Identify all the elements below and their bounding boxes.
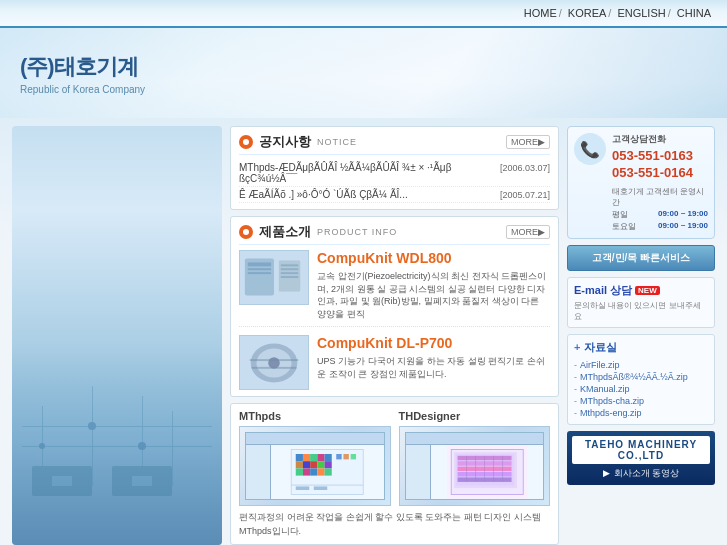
notice-section: 공지사항 NOTICE MORE▶ MThpds-ÆDÃμβÃÛÃÎ ½ÃÃ¼β… bbox=[230, 126, 559, 210]
right-column: 📞 고객상담전화 053-551-0163 053-551-0164 태호기게 … bbox=[567, 126, 715, 545]
product-more-link[interactable]: MORE▶ bbox=[506, 225, 550, 239]
center-column: 공지사항 NOTICE MORE▶ MThpds-ÆDÃμβÃÛÃÎ ½ÃÃ¼β… bbox=[230, 126, 559, 545]
notice-date-2: [2005.07.21] bbox=[500, 190, 550, 200]
product-info-1: CompuKnit WDL800 교속 압전기(Piezoelectricity… bbox=[317, 250, 550, 320]
mthpds-title: MThpds bbox=[239, 410, 391, 422]
hours-title: 태호기게 고객센터 운영시간 bbox=[612, 186, 708, 208]
company-tagline: Republic of Korea Company bbox=[20, 84, 145, 95]
mthpds-screenshot bbox=[239, 426, 391, 506]
notice-icon bbox=[239, 135, 253, 149]
svg-rect-35 bbox=[310, 454, 317, 461]
nav-sep-1: / bbox=[559, 7, 562, 19]
email-title: E-mail 상담 NEW bbox=[574, 283, 708, 298]
svg-rect-24 bbox=[281, 276, 298, 278]
nav-english-link[interactable]: ENGLISH bbox=[617, 7, 665, 19]
notice-item-2: Ê ÆaÃÍÃõ .] »ô·Ô°Ó `ÚÃß ÇβÃ¼ ÃÎ... [2005… bbox=[239, 187, 550, 203]
hotline-number-1: 053-551-0163 bbox=[612, 148, 708, 165]
product-info-2: CompuKnit DL-P700 UPS 기능가 다국어 지원을 하는 자동 … bbox=[317, 335, 550, 390]
product-item-2: CompuKnit DL-P700 UPS 기능가 다국어 지원을 하는 자동 … bbox=[239, 335, 550, 390]
weekday-hours-row: 평일 09:00 ~ 19:00 bbox=[612, 209, 708, 220]
email-box: E-mail 상담 NEW 문의하실 내용이 있으시면 보내주세요 bbox=[567, 277, 715, 328]
resource-item-1[interactable]: AirFile.zip bbox=[574, 359, 708, 371]
nav-sep-2: / bbox=[608, 7, 611, 19]
company-logo-box: TAEHO MACHINERY CO.,LTD bbox=[572, 436, 710, 464]
play-icon: ▶ bbox=[603, 468, 610, 478]
mthpds-content bbox=[246, 445, 384, 499]
resource-item-3[interactable]: KManual.zip bbox=[574, 383, 708, 395]
thdesigner-content bbox=[406, 445, 544, 499]
svg-rect-0 bbox=[22, 426, 212, 427]
product-title-1: CompuKnit WDL800 bbox=[317, 250, 550, 266]
svg-rect-38 bbox=[296, 462, 303, 469]
svg-rect-23 bbox=[281, 272, 298, 274]
nav-home-link[interactable]: HOME bbox=[524, 7, 557, 19]
product-icon bbox=[239, 225, 253, 239]
svg-rect-40 bbox=[310, 462, 317, 469]
email-label: E-mail 상담 bbox=[574, 283, 632, 298]
circuit-svg bbox=[12, 126, 222, 516]
resource-item-2[interactable]: MThpdsÃß®¼½ÃÃ.½Ã.zip bbox=[574, 371, 708, 383]
company-video-box[interactable]: TAEHO MACHINERY CO.,LTD ▶ 회사소개 동영상 bbox=[567, 431, 715, 485]
company-logo: (주)태호기계 bbox=[20, 52, 145, 82]
svg-rect-42 bbox=[325, 462, 332, 469]
saturday-hours: 09:00 ~ 19:00 bbox=[658, 221, 708, 232]
thdesigner-grid bbox=[431, 445, 544, 499]
svg-rect-34 bbox=[303, 454, 310, 461]
svg-rect-48 bbox=[336, 454, 341, 459]
svg-rect-36 bbox=[317, 454, 324, 461]
notice-more-link[interactable]: MORE▶ bbox=[506, 135, 550, 149]
svg-rect-21 bbox=[281, 264, 298, 266]
mthpds-screen-detail bbox=[245, 432, 385, 500]
header: (주)태호기계 Republic of Korea Company bbox=[0, 28, 727, 118]
mthpds-toolbar bbox=[246, 433, 384, 445]
svg-rect-3 bbox=[92, 386, 93, 486]
notice-header: 공지사항 NOTICE MORE▶ bbox=[239, 133, 550, 155]
company-logo-text: TAEHO MACHINERY CO.,LTD bbox=[575, 439, 707, 461]
weekday-hours: 09:00 ~ 19:00 bbox=[658, 209, 708, 220]
thdesigner-main bbox=[431, 445, 544, 499]
svg-rect-47 bbox=[325, 469, 332, 476]
product-label-ko: 제품소개 bbox=[259, 223, 311, 241]
left-background-panel bbox=[12, 126, 222, 545]
svg-rect-45 bbox=[310, 469, 317, 476]
notice-text-1: MThpds-ÆDÃμβÃÛÃÎ ½ÃÃ¼βÃÛÃÎ ¾± × ·¹Ãμβ ßç… bbox=[239, 162, 492, 184]
hotline-number-2: 053-551-0164 bbox=[612, 165, 708, 182]
resource-item-5[interactable]: Mthpds-eng.zip bbox=[574, 407, 708, 419]
notice-label-ko: 공지사항 bbox=[259, 133, 311, 151]
thdesigner-title: THDesigner bbox=[399, 410, 551, 422]
svg-rect-22 bbox=[281, 268, 298, 270]
resource-item-4[interactable]: MThpds-cha.zip bbox=[574, 395, 708, 407]
product-item-1: CompuKnit WDL800 교속 압전기(Piezoelectricity… bbox=[239, 250, 550, 327]
mthpds-item: MThpds bbox=[239, 410, 391, 506]
product-label-en: PRODUCT INFO bbox=[317, 227, 397, 237]
notice-label-en: NOTICE bbox=[317, 137, 357, 147]
software-desc: 편직과정의 어려운 작업을 손쉽게 할수 있도록 도와주는 패턴 디자인 시스템… bbox=[239, 511, 550, 538]
svg-point-14 bbox=[243, 229, 249, 235]
nav-korea-link[interactable]: KOREA bbox=[568, 7, 607, 19]
resource-box: 자료실 AirFile.zip MThpdsÃß®¼½ÃÃ.½Ã.zip KMa… bbox=[567, 334, 715, 425]
product-desc-2: UPS 기능가 다국어 지원을 하는 자동 설링 편직기로 손쉬운 조작이 큰 … bbox=[317, 355, 550, 380]
svg-rect-52 bbox=[296, 487, 310, 491]
svg-rect-30 bbox=[252, 367, 297, 369]
svg-rect-1 bbox=[22, 446, 212, 447]
svg-rect-19 bbox=[248, 272, 271, 274]
video-label-text: 회사소개 동영상 bbox=[614, 467, 680, 480]
notice-item-1: MThpds-ÆDÃμβÃÛÃÎ ½ÃÃ¼βÃÛÃÎ ¾± × ·¹Ãμβ ßç… bbox=[239, 160, 550, 187]
hotline-hours: 태호기게 고객센터 운영시간 평일 09:00 ~ 19:00 토요일 09:0… bbox=[612, 186, 708, 232]
svg-rect-49 bbox=[343, 454, 348, 459]
svg-rect-12 bbox=[132, 476, 152, 486]
email-sub: 문의하실 내용이 있으시면 보내주세요 bbox=[574, 300, 708, 322]
service-button[interactable]: 고객/민/목 빠른서비스 bbox=[567, 245, 715, 271]
nav-china-link[interactable]: CHINA bbox=[677, 7, 711, 19]
svg-rect-37 bbox=[325, 454, 332, 461]
product-section: 제품소개 PRODUCT INFO MORE▶ bbox=[230, 216, 559, 397]
nav-sep-3: / bbox=[668, 7, 671, 19]
resource-title: 자료실 bbox=[574, 340, 708, 355]
product-image-1 bbox=[239, 250, 309, 305]
svg-rect-41 bbox=[317, 462, 324, 469]
hotline-label: 고객상담전화 bbox=[612, 133, 708, 146]
mthpds-sidebar bbox=[246, 445, 271, 499]
saturday-label: 토요일 bbox=[612, 221, 636, 232]
mthpds-grid bbox=[271, 445, 384, 499]
hotline-info: 고객상담전화 053-551-0163 053-551-0164 태호기게 고객… bbox=[612, 133, 708, 232]
